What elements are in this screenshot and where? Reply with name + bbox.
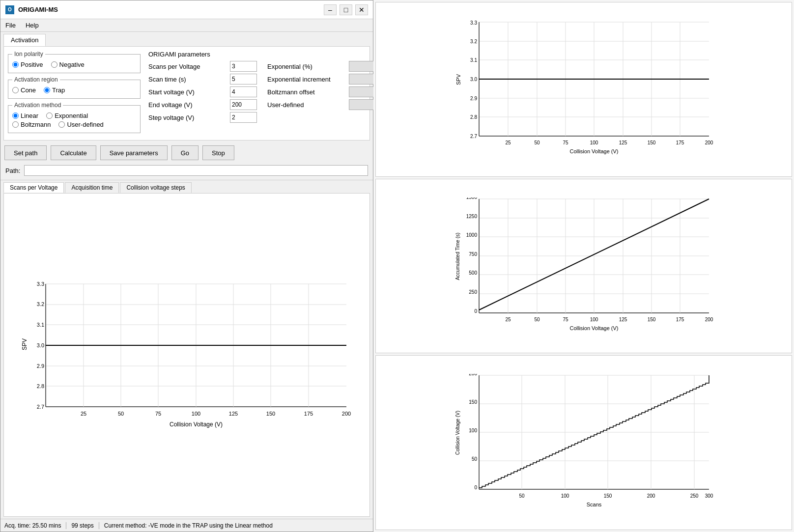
- x-axis-label: Collision Voltage (V): [170, 421, 223, 428]
- svg-text:Scans: Scans: [587, 502, 602, 507]
- svg-text:200: 200: [342, 411, 351, 417]
- right-spv-chart: SPV 2.7 2.8 2.9 3.0 3.1 3.2 3.3 25 50 7: [375, 2, 792, 177]
- svg-text:3.0: 3.0: [37, 342, 44, 348]
- tab-acq-time[interactable]: Acquisition time: [65, 182, 119, 193]
- method-status: Current method: -VE mode in the TRAP usi…: [104, 522, 273, 529]
- activation-region-label: Activation region: [12, 76, 60, 83]
- ion-polarity-label: Ion polarity: [12, 51, 45, 57]
- path-input[interactable]: [24, 165, 368, 176]
- end-voltage-label: End voltage (V): [148, 101, 227, 109]
- svg-text:100: 100: [590, 140, 598, 145]
- start-voltage-input[interactable]: [230, 86, 257, 97]
- svg-text:150: 150: [469, 399, 477, 405]
- right-spv-svg: SPV 2.7 2.8 2.9 3.0 3.1 3.2 3.3 25 50 7: [454, 21, 714, 158]
- save-parameters-button[interactable]: Save parameters: [100, 145, 168, 160]
- svg-text:3.0: 3.0: [470, 77, 477, 82]
- svg-text:300: 300: [705, 493, 713, 499]
- cone-radio[interactable]: [12, 87, 19, 93]
- svg-text:75: 75: [155, 411, 161, 417]
- svg-text:175: 175: [304, 411, 313, 417]
- svg-text:100: 100: [192, 411, 200, 417]
- menu-bar: File Help: [0, 19, 373, 32]
- user-defined-radio[interactable]: [58, 121, 65, 128]
- boltzmann-radio-label[interactable]: Boltzmann: [12, 121, 51, 128]
- tab-spv[interactable]: Scans per Voltage: [3, 182, 64, 193]
- svg-text:3.2: 3.2: [470, 39, 477, 44]
- end-voltage-input[interactable]: [230, 99, 257, 110]
- scan-time-input[interactable]: [230, 74, 257, 84]
- ion-polarity-group: Ion polarity Positive Negative: [8, 51, 141, 73]
- exponential-radio[interactable]: [46, 112, 53, 119]
- negative-radio[interactable]: [51, 61, 57, 68]
- svg-text:25: 25: [505, 140, 511, 145]
- user-defined-radio-label[interactable]: User-defined: [58, 121, 103, 128]
- acq-time-status: Acq. time: 25.50 mins: [4, 522, 66, 529]
- main-tab-bar: Activation: [0, 32, 373, 46]
- set-path-button[interactable]: Set path: [4, 145, 47, 160]
- stop-button[interactable]: Stop: [202, 145, 234, 160]
- svg-text:1250: 1250: [466, 214, 478, 219]
- positive-radio[interactable]: [12, 61, 19, 68]
- exponential-radio-label[interactable]: Exponential: [46, 112, 88, 119]
- activation-region-row: Cone Trap: [12, 86, 136, 94]
- svg-text:3.1: 3.1: [37, 322, 44, 328]
- exponential-pct-input[interactable]: [349, 61, 376, 72]
- title-bar-left: O ORIGAMI-MS: [5, 5, 58, 14]
- tab-cv-steps[interactable]: Collision voltage steps: [120, 182, 191, 193]
- minimize-button[interactable]: –: [324, 4, 337, 15]
- title-bar-controls: – □ ✕: [324, 4, 368, 15]
- svg-text:0: 0: [474, 308, 477, 314]
- svg-text:125: 125: [619, 140, 627, 145]
- params-right-grid: Exponential (%) Exponential increment Bo…: [267, 61, 378, 110]
- svg-text:Collision Voltage (V): Collision Voltage (V): [569, 148, 618, 154]
- svg-text:100: 100: [469, 428, 477, 433]
- user-defined-label: User-defined: [267, 101, 346, 109]
- svg-text:0: 0: [474, 485, 477, 490]
- tab-activation[interactable]: Activation: [3, 34, 46, 46]
- svg-text:200: 200: [647, 493, 655, 499]
- maximize-button[interactable]: □: [340, 4, 352, 15]
- svg-text:2.9: 2.9: [470, 96, 477, 101]
- user-defined-input[interactable]: [349, 99, 376, 110]
- svg-text:175: 175: [676, 317, 684, 322]
- close-button[interactable]: ✕: [355, 4, 368, 15]
- svg-text:Collision Voltage (V): Collision Voltage (V): [455, 411, 460, 455]
- positive-radio-label[interactable]: Positive: [12, 61, 43, 68]
- trap-radio[interactable]: [44, 87, 50, 93]
- svg-text:200: 200: [705, 317, 713, 322]
- spv-chart: SPV 2.7 2.8 2.9 3.0 3.1 3.2 3.3: [20, 277, 354, 434]
- left-panel: O ORIGAMI-MS – □ ✕ File Help Activation …: [0, 0, 373, 532]
- scans-per-voltage-input[interactable]: [230, 61, 257, 72]
- config-panel: Ion polarity Positive Negative Activatio…: [3, 46, 370, 140]
- svg-text:25: 25: [505, 317, 511, 322]
- method-row-1: Linear Exponential: [12, 112, 136, 119]
- boltzmann-radio[interactable]: [12, 121, 19, 128]
- exponential-increment-label: Exponential increment: [267, 76, 346, 83]
- svg-text:200: 200: [705, 140, 713, 145]
- step-voltage-label: Step voltage (V): [148, 114, 227, 121]
- calculate-button[interactable]: Calculate: [51, 145, 96, 160]
- step-voltage-input[interactable]: [230, 112, 257, 123]
- linear-radio-label[interactable]: Linear: [12, 112, 38, 119]
- cone-radio-label[interactable]: Cone: [12, 86, 36, 94]
- boltzmann-offset-label: Boltzmann offset: [267, 88, 346, 96]
- method-row-2: Boltzmann User-defined: [12, 121, 136, 128]
- svg-text:50: 50: [534, 140, 540, 145]
- svg-text:3.2: 3.2: [37, 301, 44, 307]
- linear-radio[interactable]: [12, 112, 19, 119]
- boltzmann-offset-input[interactable]: [349, 86, 376, 97]
- window-title: ORIGAMI-MS: [18, 6, 58, 13]
- svg-text:2.8: 2.8: [470, 114, 477, 120]
- menu-file[interactable]: File: [2, 21, 19, 30]
- cv-steps-line: [479, 375, 709, 488]
- exponential-increment-input[interactable]: [349, 74, 376, 84]
- svg-text:50: 50: [534, 317, 540, 322]
- svg-text:Accumulated Time (s): Accumulated Time (s): [455, 232, 460, 280]
- path-label: Path:: [5, 167, 20, 174]
- trap-radio-label[interactable]: Trap: [44, 86, 65, 94]
- go-button[interactable]: Go: [171, 145, 198, 160]
- svg-text:2.7: 2.7: [470, 134, 477, 139]
- negative-radio-label[interactable]: Negative: [51, 61, 85, 68]
- svg-text:125: 125: [619, 317, 627, 322]
- menu-help[interactable]: Help: [23, 21, 42, 30]
